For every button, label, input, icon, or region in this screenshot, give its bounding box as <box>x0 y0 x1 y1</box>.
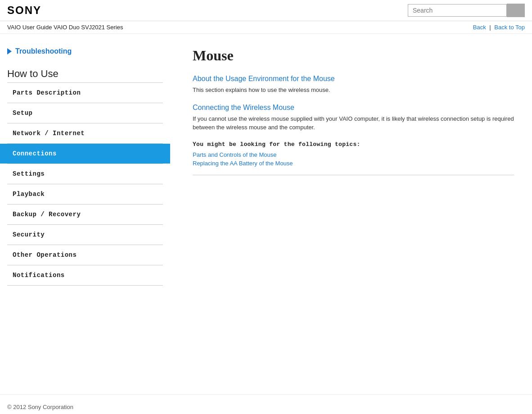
usage-environment-link[interactable]: About the Usage Environment for the Mous… <box>193 75 514 83</box>
troubleshooting-label: Troubleshooting <box>15 47 72 55</box>
copyright: © 2012 Sony Corporation <box>7 404 73 410</box>
sidebar-item-backup-recovery[interactable]: Backup / Recovery <box>0 205 170 224</box>
search-button[interactable] <box>507 4 525 17</box>
sidebar-divider-notifications <box>7 285 163 286</box>
sidebar-item-parts-description[interactable]: Parts Description <box>0 83 170 103</box>
looking-for-section: You might be looking for the following t… <box>193 141 514 175</box>
search-area <box>408 4 525 17</box>
footer: © 2012 Sony Corporation <box>0 394 532 414</box>
section-connecting-wireless: Connecting the Wireless Mouse If you can… <box>193 104 514 132</box>
arrow-icon <box>7 48 12 55</box>
back-link[interactable]: Back <box>473 24 486 31</box>
content-divider <box>193 175 514 175</box>
usage-environment-desc: This section explains how to use the wir… <box>193 86 514 95</box>
guide-title: VAIO User Guide VAIO Duo SVJ2021 Series <box>7 24 123 31</box>
connecting-wireless-link[interactable]: Connecting the Wireless Mouse <box>193 104 514 112</box>
troubleshooting-header[interactable]: Troubleshooting <box>0 43 170 64</box>
sidebar-item-security[interactable]: Security <box>0 225 170 245</box>
page-title: Mouse <box>193 47 514 64</box>
sidebar-item-settings[interactable]: Settings <box>0 164 170 184</box>
sony-logo: SONY <box>7 4 41 17</box>
back-to-top-link[interactable]: Back to Top <box>494 24 525 31</box>
separator: | <box>489 24 491 31</box>
sidebar-item-connections[interactable]: Connections <box>0 144 170 164</box>
header: SONY <box>0 0 532 21</box>
looking-for-title: You might be looking for the following t… <box>193 141 514 148</box>
back-links: Back | Back to Top <box>473 24 525 31</box>
parts-controls-link[interactable]: Parts and Controls of the Mouse <box>193 151 514 158</box>
connecting-wireless-desc: If you cannot use the wireless mouse sup… <box>193 114 514 132</box>
search-input[interactable] <box>408 4 507 17</box>
sidebar-item-other-operations[interactable]: Other Operations <box>0 245 170 265</box>
sidebar: Troubleshooting How to Use Parts Descrip… <box>0 34 170 394</box>
how-to-use-title: How to Use <box>0 64 170 82</box>
breadcrumb-bar: VAIO User Guide VAIO Duo SVJ2021 Series … <box>0 21 532 34</box>
content-area: Mouse About the Usage Environment for th… <box>170 34 532 394</box>
main-layout: Troubleshooting How to Use Parts Descrip… <box>0 34 532 394</box>
sidebar-item-setup[interactable]: Setup <box>0 103 170 123</box>
section-usage-environment: About the Usage Environment for the Mous… <box>193 75 514 95</box>
sidebar-item-playback[interactable]: Playback <box>0 184 170 204</box>
sidebar-nav: Parts DescriptionSetupNetwork / Internet… <box>0 83 170 286</box>
sidebar-item-network-internet[interactable]: Network / Internet <box>0 123 170 143</box>
sidebar-item-notifications[interactable]: Notifications <box>0 265 170 285</box>
replacing-battery-link[interactable]: Replacing the AA Battery of the Mouse <box>193 160 514 167</box>
